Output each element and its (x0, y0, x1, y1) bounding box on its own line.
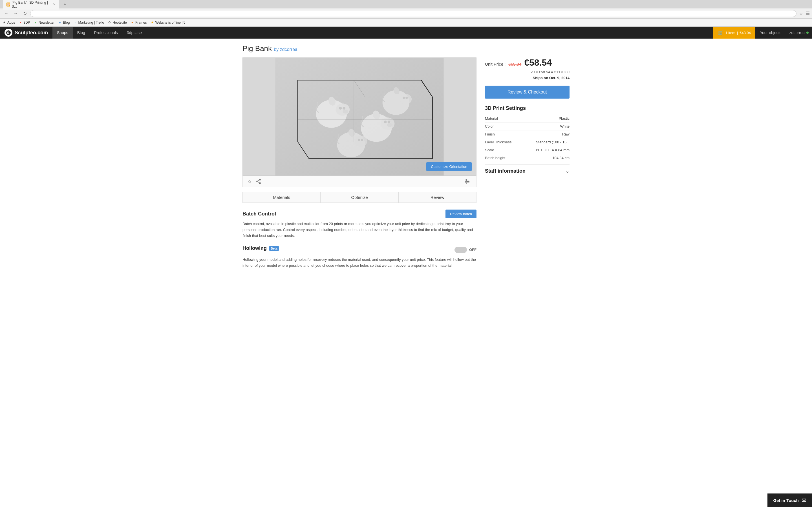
ships-date: Ships on Oct. 9, 2014 (485, 76, 569, 80)
address-input[interactable]: www.sculpteo.com/en/print/pig-bank/6XJjE… (34, 11, 793, 15)
svg-point-9 (343, 107, 345, 110)
unit-price-section: Unit Price : €65.04 €58.54 20 × €58.54 =… (485, 57, 569, 80)
hollowing-toggle-container: OFF (455, 247, 476, 253)
color-label: Color (485, 124, 494, 128)
material-label: Material (485, 116, 498, 121)
svg-point-10 (343, 110, 348, 114)
website-icon: ★ (150, 20, 154, 24)
bookmark-website-offline[interactable]: ★ Website is offline | 5 (150, 20, 186, 24)
tab-review[interactable]: Review (399, 192, 476, 203)
product-title: Pig Bank by zdcorrea (243, 44, 569, 53)
user-info[interactable]: zdcorrea (786, 27, 812, 39)
bookmark-hootsuite[interactable]: ⚇ Hootsuite (107, 20, 127, 24)
review-checkout-button[interactable]: Review & Checkout (485, 86, 569, 99)
review-batch-button[interactable]: Review batch (446, 210, 476, 218)
browser-tab[interactable]: 🐷 'Pig Bank' | 3D Printing | S... ✕ (3, 0, 59, 10)
bookmark-newsletter[interactable]: ▲ Newsletter (34, 20, 55, 24)
price-old: €65.04 (508, 62, 521, 66)
customize-orientation-button[interactable]: Customize Orientation (426, 162, 472, 171)
price-new: €58.54 (524, 57, 552, 68)
nav-link-3dpcase[interactable]: 3dpcase (122, 27, 146, 39)
logo-icon: S (4, 29, 12, 37)
new-tab-button[interactable]: + (61, 1, 68, 8)
star-icon[interactable]: ☆ (246, 178, 253, 185)
browser-menu-icon[interactable]: ☰ (806, 11, 810, 16)
svg-point-24 (400, 94, 412, 105)
layer-thickness-value: Standard (100 - 15... (536, 140, 569, 144)
product-author: by zdcorrea (274, 47, 297, 52)
staff-info-section[interactable]: Staff information ⌄ (485, 164, 569, 177)
scale-label: Scale (485, 148, 494, 152)
layer-thickness-label: Layer Thickness (485, 140, 511, 144)
refresh-button[interactable]: ↻ (21, 10, 29, 17)
3dp-icon: ● (18, 20, 22, 24)
bookmark-frames-label: Frames (135, 20, 147, 24)
cart-item-count: 1 item (725, 31, 735, 35)
svg-rect-2 (275, 58, 444, 175)
tab-optimize[interactable]: Optimize (320, 192, 398, 203)
nav-link-blog[interactable]: Blog (73, 27, 90, 39)
finish-value: Raw (562, 132, 569, 136)
scale-z: 84 (558, 148, 562, 152)
username: zdcorrea (790, 27, 805, 39)
author-name[interactable]: zdcorrea (280, 47, 297, 52)
model-visual (243, 58, 476, 175)
address-bar[interactable]: www.sculpteo.com/en/print/pig-bank/6XJjE… (30, 10, 797, 17)
toggle-label: OFF (469, 247, 476, 252)
newsletter-icon: ▲ (34, 20, 38, 24)
3d-viewer: Customize Orientation (243, 57, 476, 176)
trello-icon: T (73, 20, 77, 24)
svg-point-14 (384, 121, 387, 123)
setting-batch-height: Batch height 104.84 cm (485, 154, 569, 162)
user-online-indicator (806, 32, 809, 34)
svg-point-39 (466, 179, 467, 180)
nav-link-professionals[interactable]: Professionals (90, 27, 122, 39)
material-value: Plastic (559, 116, 569, 121)
bookmark-marketing-label: Marketing | Trello (78, 20, 104, 24)
svg-point-15 (388, 121, 391, 123)
bookmark-3dp[interactable]: ● 3DP (18, 20, 30, 24)
back-button[interactable]: ← (2, 10, 10, 17)
cart-button[interactable]: 🛒 1 item | €43.04 (713, 27, 755, 39)
tab-title: 'Pig Bank' | 3D Printing | S... (12, 1, 50, 8)
site-nav: S Sculpteo.com Shops Blog Professionals … (0, 27, 812, 39)
setting-color: Color White (485, 122, 569, 130)
hootsuite-icon: ⚇ (107, 20, 111, 24)
forward-button[interactable]: → (12, 10, 20, 17)
hollowing-title: Hollowing (243, 245, 267, 251)
hollowing-description: Hollowing your model and adding holes fo… (243, 257, 476, 269)
settings-icon[interactable] (464, 178, 470, 185)
cart-separator: | (737, 31, 738, 35)
setting-material: Material Plastic (485, 115, 569, 122)
price-calculation: 20 × €58.54 = €1170.80 (485, 70, 569, 74)
bookmark-blog-label: Blog (63, 20, 70, 24)
site-nav-right: 🛒 1 item | €43.04 Your objects zdcorrea (713, 27, 812, 39)
tab-materials[interactable]: Materials (243, 192, 320, 203)
print-settings-table: Material Plastic Color White Finish Raw … (485, 115, 569, 162)
bookmarks-bar: ★ Apps ● 3DP ▲ Newsletter B Blog T Marke… (0, 18, 812, 26)
site-logo[interactable]: S Sculpteo.com (0, 29, 52, 37)
svg-point-8 (339, 107, 342, 110)
nav-link-shops[interactable]: Shops (52, 27, 73, 39)
share-icon[interactable] (255, 178, 262, 185)
setting-layer-thickness: Layer Thickness Standard (100 - 15... (485, 138, 569, 146)
svg-point-21 (361, 139, 363, 141)
bookmark-marketing[interactable]: T Marketing | Trello (73, 20, 104, 24)
price-calc-text: × €58.54 = €1170.80 (536, 70, 569, 74)
close-tab-icon[interactable]: ✕ (53, 3, 56, 6)
your-objects-link[interactable]: Your objects (755, 27, 786, 39)
product-layout: Customize Orientation ☆ (243, 57, 569, 269)
chevron-down-icon: ⌄ (565, 168, 569, 174)
product-name: Pig Bank (243, 44, 272, 53)
bookmark-frames[interactable]: ■ Frames (130, 20, 147, 24)
bookmark-apps[interactable]: ★ Apps (2, 20, 15, 24)
bookmark-hootsuite-label: Hootsuite (112, 20, 127, 24)
hollowing-section: Hollowing Beta OFF Hollowing your model … (243, 245, 476, 269)
bookmark-star-icon[interactable]: ☆ (799, 11, 803, 16)
bookmark-blog[interactable]: B Blog (58, 20, 70, 24)
bookmark-apps-label: Apps (7, 20, 15, 24)
hollowing-title-group: Hollowing Beta (243, 245, 279, 251)
bookmark-newsletter-label: Newsletter (39, 20, 55, 24)
product-right: Unit Price : €65.04 €58.54 20 × €58.54 =… (485, 57, 569, 269)
hollowing-toggle[interactable] (455, 247, 467, 253)
